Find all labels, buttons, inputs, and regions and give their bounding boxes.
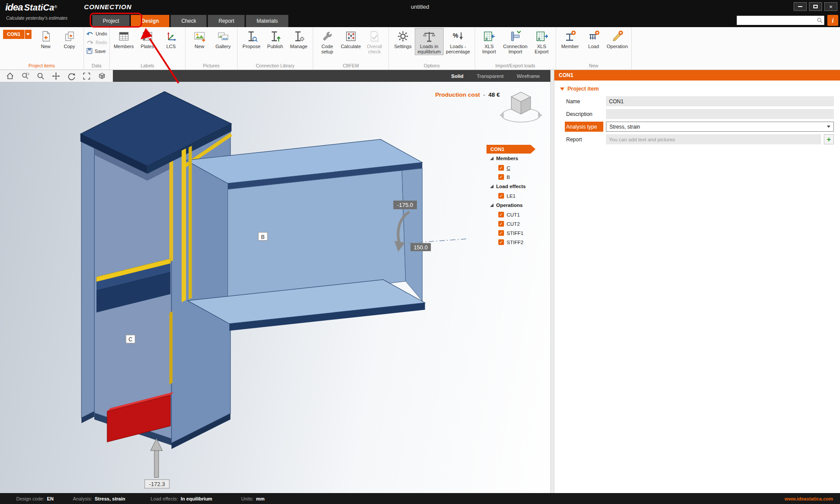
checkbox-checked-icon[interactable]: ✓ <box>498 165 504 171</box>
checkbox-checked-icon[interactable]: ✓ <box>498 174 504 180</box>
view-mode-solid[interactable]: Solid <box>451 74 463 79</box>
tree-item-stiff1[interactable]: ✓ STIFF1 <box>498 228 542 238</box>
code-setup-button[interactable]: Code setup <box>315 28 339 55</box>
name-label: Name <box>565 96 603 106</box>
save-button[interactable]: Save <box>86 47 107 55</box>
tree-item-cut2[interactable]: ✓ CUT2 <box>498 219 542 228</box>
svg-text:B: B <box>261 234 265 240</box>
view-cube[interactable] <box>500 92 542 122</box>
lcs-labels-button[interactable]: LCS <box>159 28 183 49</box>
plates-labels-button[interactable]: Plates <box>136 28 159 49</box>
rotate-button[interactable] <box>66 71 77 81</box>
zoom-window-button[interactable] <box>20 71 31 81</box>
document-title: untitled <box>0 4 840 10</box>
tab-report[interactable]: Report <box>208 15 245 27</box>
loads-percentage-button[interactable]: % Loads - percentage <box>444 28 472 55</box>
checkbox-checked-icon[interactable]: ✓ <box>498 221 504 227</box>
home-view-button[interactable] <box>4 71 16 81</box>
ribbon-group-pictures: New Gallery Pictures <box>186 27 238 70</box>
checkbox-checked-icon[interactable]: ✓ <box>498 193 504 199</box>
member-label-b[interactable]: B <box>258 232 267 240</box>
close-icon: × <box>829 4 833 10</box>
report-field[interactable]: You can add text and pictures <box>606 134 821 144</box>
connection-3d-scene[interactable]: -175.0 150.0 -172.3 B <box>0 82 550 493</box>
view-mode-transparent[interactable]: Transparent <box>476 74 504 79</box>
copy-project-item-button[interactable]: Copy <box>58 28 81 49</box>
con1-project-item-button[interactable]: CON1 <box>3 30 24 39</box>
maximize-button[interactable] <box>809 2 822 11</box>
dim-moment-label[interactable]: -175.0 <box>393 201 417 210</box>
member-label-c[interactable]: C <box>126 335 135 343</box>
tree-group-operations[interactable]: Operations <box>490 200 542 210</box>
members-table-icon <box>117 30 130 43</box>
connection-import-button[interactable]: Connection Import <box>501 28 530 55</box>
redo-button[interactable]: Redo <box>86 38 107 46</box>
zoom-button[interactable] <box>35 71 46 81</box>
overall-check-button[interactable]: Overall check <box>363 28 386 55</box>
propose-button[interactable]: Propose <box>240 28 263 49</box>
status-analysis: Analysis: Stress, strain <box>73 496 126 501</box>
tree-item-member-b[interactable]: ✓ B <box>498 172 542 182</box>
description-label: Description <box>565 109 603 119</box>
fit-view-icon <box>82 72 91 80</box>
new-load-button[interactable]: Load <box>582 28 606 49</box>
status-load-effects: Load effects: In equilibrium <box>150 496 212 501</box>
view-mode-wireframe[interactable]: Wireframe <box>517 74 540 79</box>
gallery-button[interactable]: Gallery <box>211 28 235 49</box>
tree-item-stiff2[interactable]: ✓ STIFF2 <box>498 238 542 247</box>
manage-button[interactable]: Manage <box>287 28 311 49</box>
copy-icon <box>63 30 76 43</box>
tree-group-load-effects[interactable]: Load effects <box>490 182 542 191</box>
tree-item-le1[interactable]: ✓ LE1 <box>498 191 542 200</box>
tree-item-cut1[interactable]: ✓ CUT1 <box>498 210 542 219</box>
description-input[interactable] <box>606 109 834 119</box>
dim-rotation-label[interactable]: 150.0 <box>410 243 431 251</box>
xls-import-button[interactable]: X XLS Import <box>477 28 501 55</box>
checkbox-checked-icon[interactable]: ✓ <box>498 239 504 245</box>
new-member-button[interactable]: Member <box>558 28 582 49</box>
settings-button[interactable]: Settings <box>391 28 415 49</box>
tree-item-member-c[interactable]: ✓ C <box>498 163 542 172</box>
new-operation-button[interactable]: Operation <box>606 28 629 49</box>
members-labels-button[interactable]: Members <box>112 28 136 49</box>
info-button[interactable]: i <box>827 15 838 26</box>
panel-splitter[interactable] <box>550 70 554 493</box>
new-document-icon <box>39 30 52 43</box>
tab-design[interactable]: Design <box>131 15 169 27</box>
rotate-icon <box>67 72 76 80</box>
undo-button[interactable]: Undo <box>86 30 107 37</box>
publish-button[interactable]: Publish <box>263 28 287 49</box>
tab-project[interactable]: Project <box>92 15 130 27</box>
calculate-button[interactable]: Calculate <box>339 28 363 49</box>
close-button[interactable]: × <box>824 2 837 11</box>
analysis-type-select[interactable]: Stress, strain <box>606 122 834 132</box>
pan-button[interactable] <box>50 71 62 81</box>
website-link[interactable]: www.ideastatica.com <box>784 496 833 501</box>
isometric-view-button[interactable] <box>96 71 108 81</box>
viewport-canvas[interactable]: -175.0 150.0 -172.3 B <box>0 82 550 493</box>
tree-item-con1[interactable]: CON1 <box>486 145 536 154</box>
checkbox-checked-icon[interactable]: ✓ <box>498 230 504 236</box>
weld-end-plate-right <box>189 146 192 299</box>
con1-dropdown-button[interactable] <box>25 30 32 39</box>
minimize-button[interactable] <box>794 2 807 11</box>
tree-group-members[interactable]: Members <box>490 154 542 163</box>
xls-export-button[interactable]: X XLS Export <box>530 28 553 55</box>
checkbox-checked-icon[interactable]: ✓ <box>498 212 504 217</box>
add-report-button[interactable]: + <box>824 134 834 144</box>
dim-force-label[interactable]: -172.3 <box>145 480 169 488</box>
section-project-item[interactable]: Project item <box>554 86 840 96</box>
group-label-import-export: Import/Export loads <box>477 62 553 70</box>
column-left-flange[interactable] <box>81 135 94 418</box>
report-placeholder: You can add text and pictures <box>609 137 675 142</box>
name-input[interactable] <box>606 96 834 106</box>
loads-in-equilibrium-button[interactable]: Loads in equilibrium <box>415 28 444 55</box>
tab-check[interactable]: Check <box>171 15 206 27</box>
new-project-item-button[interactable]: New <box>34 28 58 49</box>
tab-materials[interactable]: Materials <box>246 15 288 27</box>
search-box <box>737 16 824 25</box>
report-label: Report <box>565 134 603 144</box>
zoom-fit-button[interactable] <box>81 71 92 81</box>
search-input[interactable] <box>737 17 817 24</box>
new-picture-button[interactable]: New <box>188 28 211 49</box>
